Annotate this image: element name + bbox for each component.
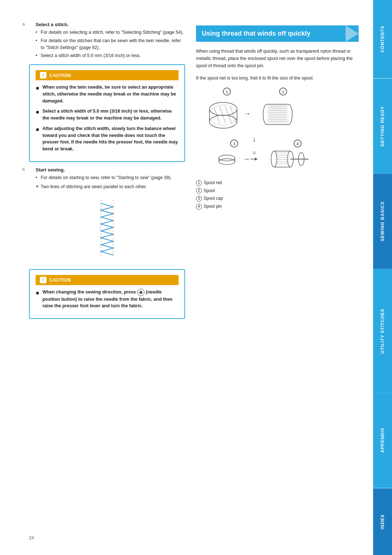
spool-svg: 1 2	[196, 87, 323, 174]
sidebar: CONTENTS GETTING READY SEWING BASICS UTI…	[373, 0, 392, 555]
caution-item-2: ● Select a stitch width of 5.0 mm (3/16 …	[36, 108, 179, 122]
svg-text:0: 0	[253, 151, 256, 155]
section-heading: Using thread that winds off quickly	[196, 25, 359, 42]
start-sewing-title: Start sewing.	[36, 167, 185, 173]
caution-header-2: ! CAUTION	[36, 275, 179, 285]
caution-item-4: ● When changing the sewing direction, pr…	[36, 289, 179, 310]
svg-point-42	[271, 151, 277, 167]
legend-item-2: 2 Spool	[196, 187, 359, 195]
description-1: When using thread that winds off quickly…	[196, 48, 359, 69]
svg-text:→: →	[242, 154, 250, 163]
sidebar-tab-getting-ready[interactable]: GETTING READY	[373, 78, 392, 174]
list-item: For details on selecting a stitch, refer…	[36, 29, 185, 36]
svg-point-7	[209, 115, 237, 128]
svg-marker-41	[255, 158, 258, 161]
section-heading-arrow	[346, 25, 359, 42]
svg-point-35	[219, 155, 235, 161]
caution-item-1: ● When using the twin needle, be sure to…	[36, 84, 179, 104]
sidebar-tab-sewing-basics[interactable]: SEWING BASICS	[373, 174, 392, 269]
caution-icon-2: !	[40, 277, 46, 283]
x-note: Two lines of stitching are sewn parallel…	[36, 184, 185, 189]
svg-rect-18	[267, 104, 289, 125]
svg-text:→: →	[243, 109, 251, 118]
svg-text:3: 3	[233, 142, 235, 146]
svg-line-14	[230, 107, 236, 123]
step-b-label: b	[23, 167, 25, 171]
needle-position-button-symbol: ⊕	[137, 289, 144, 296]
caution-item-3: ● After adjusting the stitch width, slow…	[36, 125, 179, 153]
legend-item-3: 3 Spool cap	[196, 195, 359, 203]
select-stitch-list: For details on selecting a stitch, refer…	[36, 29, 185, 59]
svg-text:2: 2	[282, 90, 284, 94]
list-item: Select a stitch width of 5.0 mm (3/16 in…	[36, 52, 185, 59]
diagram-legend: 1 Spool net 2 Spool 3 Spool cap 4 Spool …	[196, 179, 359, 210]
start-sewing-list: For details on starting to sew, refer to…	[36, 174, 185, 181]
svg-point-38	[219, 159, 235, 165]
sidebar-tab-utility-stitches[interactable]: UTILITY STITCHES	[373, 269, 392, 393]
legend-item-1: 1 Spool net	[196, 179, 359, 187]
list-item: For details on starting to sew, refer to…	[36, 174, 185, 181]
caution-icon-1: !	[40, 72, 46, 78]
zigzag-illustration	[29, 197, 185, 262]
svg-text:↓: ↓	[252, 134, 256, 143]
caution-box-2: ! CAUTION ● When changing the sewing dir…	[29, 269, 185, 319]
step-a-label: a	[23, 22, 25, 26]
svg-text:4: 4	[297, 142, 299, 146]
sidebar-tab-index[interactable]: INDEX	[373, 488, 392, 555]
caution-box-1: ! CAUTION ● When using the twin needle, …	[29, 64, 185, 162]
sidebar-tab-contents[interactable]: CONTENTS	[373, 0, 392, 78]
caution-header-1: ! CAUTION	[36, 70, 179, 80]
description-2: If the spool net is too long, fold it to…	[196, 74, 359, 82]
sidebar-tab-appendix[interactable]: APPENDIX	[373, 393, 392, 488]
svg-text:1: 1	[226, 90, 228, 94]
spool-diagram: 1 2	[196, 87, 359, 175]
select-stitch-title: Select a stitch.	[36, 22, 185, 27]
svg-line-12	[220, 106, 226, 123]
list-item: For details on the stitches that can be …	[36, 37, 185, 51]
page-number: 24	[29, 535, 34, 540]
legend-item-4: 4 Spool pin	[196, 203, 359, 211]
